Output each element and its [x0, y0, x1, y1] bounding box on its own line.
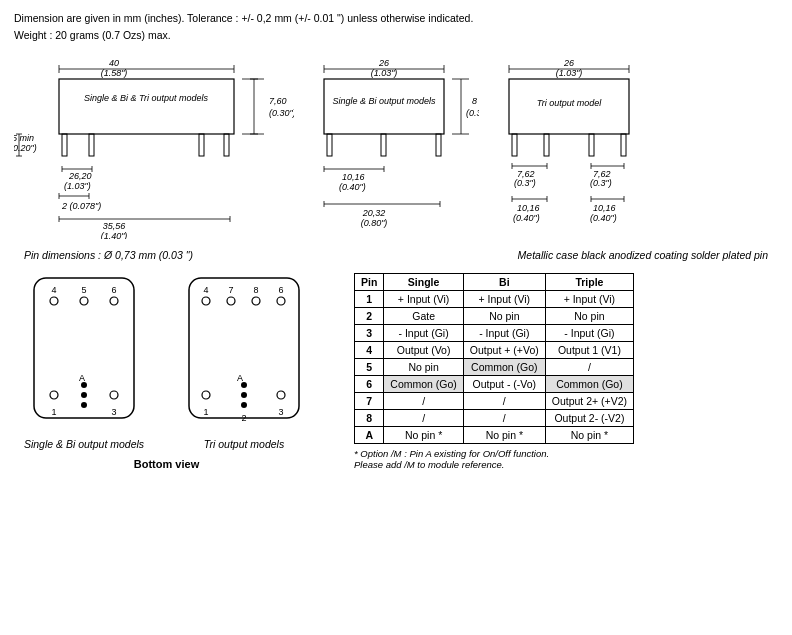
svg-text:(0.30"): (0.30"): [269, 108, 294, 118]
svg-rect-50: [381, 134, 386, 156]
svg-text:7,60: 7,60: [269, 96, 287, 106]
table-cell: No pin: [463, 307, 545, 324]
table-cell: 8: [355, 409, 384, 426]
svg-point-103: [81, 402, 87, 408]
notes-row: Pin dimensions : Ø 0,73 mm (0.03 ") Meta…: [14, 249, 778, 261]
svg-text:(0.40"): (0.40"): [590, 213, 617, 223]
svg-text:6: 6: [278, 285, 283, 295]
tri-svg: 4 7 8 6 A 1 2 3: [174, 273, 314, 438]
table-cell: + Input (Vi): [463, 290, 545, 307]
svg-text:1: 1: [51, 407, 56, 417]
svg-text:2: 2: [241, 413, 246, 423]
svg-text:40: 40: [109, 58, 119, 68]
svg-text:8: 8: [253, 285, 258, 295]
table-cell: 5: [355, 358, 384, 375]
table-cell: 7: [355, 392, 384, 409]
table-cell: /: [384, 392, 464, 409]
table-row: 8//Output 2- (-V2): [355, 409, 634, 426]
table-cell: /: [384, 409, 464, 426]
single-bi-svg: 4 5 6 A 1 3: [19, 273, 149, 438]
svg-point-105: [110, 391, 118, 399]
diagram-left: 40 (1.58") Single & Bi & Tri output mode…: [14, 54, 294, 241]
metallic-note: Metallic case black anodized coating sol…: [518, 249, 768, 261]
svg-point-110: [227, 297, 235, 305]
svg-text:(0.80"): (0.80"): [361, 218, 388, 228]
diagrams-row: 40 (1.58") Single & Bi & Tri output mode…: [14, 54, 778, 241]
table-cell: 6: [355, 375, 384, 392]
svg-text:6: 6: [111, 285, 116, 295]
tri-bottom-view: 4 7 8 6 A 1 2 3 Tri outpu: [174, 273, 314, 450]
table-row: ANo pin *No pin *No pin *: [355, 426, 634, 443]
svg-text:(1.58"): (1.58"): [101, 68, 128, 78]
table-cell: /: [545, 358, 633, 375]
col-pin: Pin: [355, 273, 384, 290]
table-cell: No pin: [545, 307, 633, 324]
svg-text:3: 3: [278, 407, 283, 417]
table-cell: Gate: [384, 307, 464, 324]
table-row: 1+ Input (Vi)+ Input (Vi)+ Input (Vi): [355, 290, 634, 307]
svg-text:26,20: 26,20: [68, 171, 92, 181]
svg-text:A: A: [237, 373, 243, 383]
table-row: 2GateNo pinNo pin: [355, 307, 634, 324]
table-cell: 2: [355, 307, 384, 324]
table-cell: - Input (Gi): [463, 324, 545, 341]
svg-rect-51: [436, 134, 441, 156]
svg-text:(0.40"): (0.40"): [513, 213, 540, 223]
svg-text:20,32: 20,32: [362, 208, 386, 218]
svg-text:35,56: 35,56: [103, 221, 126, 231]
table-cell: No pin *: [463, 426, 545, 443]
table-cell: No pin *: [545, 426, 633, 443]
svg-text:26: 26: [563, 58, 574, 68]
table-cell: - Input (Gi): [384, 324, 464, 341]
table-row: 3- Input (Gi)- Input (Gi)- Input (Gi): [355, 324, 634, 341]
svg-text:10,16: 10,16: [342, 172, 365, 182]
single-bi-label: Single & Bi output models: [24, 438, 144, 450]
table-cell: A: [355, 426, 384, 443]
svg-point-112: [277, 297, 285, 305]
svg-text:(1.40"): (1.40"): [101, 231, 128, 239]
svg-rect-70: [544, 134, 549, 156]
table-cell: Output 2- (-V2): [545, 409, 633, 426]
table-cell: Common (Go): [545, 375, 633, 392]
bottom-views-row: 4 5 6 A 1 3 Single & Bi output models: [19, 273, 314, 450]
table-cell: 3: [355, 324, 384, 341]
table-row: 6Common (Go)Output - (-Vo)Common (Go): [355, 375, 634, 392]
svg-text:3: 3: [111, 407, 116, 417]
svg-text:4: 4: [203, 285, 208, 295]
table-cell: Output - (-Vo): [463, 375, 545, 392]
svg-rect-49: [327, 134, 332, 156]
header-line1: Dimension are given in mm (inches). Tole…: [14, 10, 778, 27]
svg-rect-17: [224, 134, 229, 156]
svg-text:(1.03"): (1.03"): [64, 181, 91, 191]
svg-point-109: [202, 297, 210, 305]
svg-point-117: [202, 391, 210, 399]
svg-rect-71: [589, 134, 594, 156]
svg-text:5: 5: [81, 285, 86, 295]
table-cell: + Input (Vi): [545, 290, 633, 307]
table-cell: /: [463, 409, 545, 426]
svg-text:2 (0.078"): 2 (0.078"): [61, 201, 101, 211]
diagram-middle-svg: 26 (1.03") Single & Bi output models 8 (…: [304, 54, 479, 239]
svg-point-120: [241, 402, 247, 408]
svg-text:(0.32"): (0.32"): [466, 108, 479, 118]
svg-point-122: [277, 391, 285, 399]
svg-point-102: [81, 392, 87, 398]
pin-dims-note: Pin dimensions : Ø 0,73 mm (0.03 "): [24, 249, 193, 261]
svg-text:(0.40"): (0.40"): [339, 182, 366, 192]
svg-rect-69: [512, 134, 517, 156]
table-cell: Common (Go): [384, 375, 464, 392]
header-line2: Weight : 20 grams (0.7 Ozs) max.: [14, 27, 778, 44]
svg-text:A: A: [79, 373, 85, 383]
svg-text:5 min: 5 min: [14, 133, 34, 143]
table-note-1: * Option /M : Pin A existing for On/Off …: [354, 448, 634, 470]
col-single: Single: [384, 273, 464, 290]
svg-text:10,16: 10,16: [593, 203, 616, 213]
table-cell: Output + (+Vo): [463, 341, 545, 358]
pin-table: Pin Single Bi Triple 1+ Input (Vi)+ Inpu…: [354, 273, 634, 444]
diagram-right-svg: 26 (1.03") Tri output model 7,62 (0.3") …: [489, 54, 674, 239]
svg-rect-14: [62, 134, 67, 156]
svg-rect-15: [89, 134, 94, 156]
svg-text:Single & Bi output models: Single & Bi output models: [332, 96, 436, 106]
bottom-view-center-label: Bottom view: [134, 458, 199, 470]
svg-rect-16: [199, 134, 204, 156]
